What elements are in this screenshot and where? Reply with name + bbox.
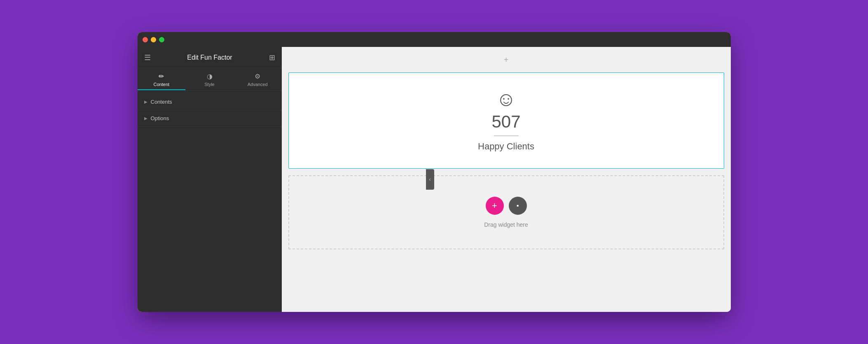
chevron-left-icon: ‹ — [429, 177, 431, 182]
content-tab-icon: ✏ — [159, 72, 164, 80]
close-button[interactable] — [143, 37, 148, 42]
plus-icon: + — [504, 55, 509, 65]
accordion-options-label: Options — [151, 115, 169, 121]
add-widget-button[interactable]: + — [486, 197, 504, 215]
fun-label: Happy Clients — [478, 141, 534, 152]
add-icon: + — [492, 200, 497, 211]
content-tab-label: Content — [154, 82, 170, 87]
app-body: ☰ Edit Fun Factor ⊞ ✏ Content ◑ Style ⚙ … — [138, 47, 731, 312]
accordion-contents: ▶ Contents — [138, 94, 282, 110]
canvas-area: + ☺ 507 Happy Clients + ▪ — [282, 47, 731, 256]
add-section-button[interactable]: + — [288, 53, 724, 66]
accordion-options-header[interactable]: ▶ Options — [138, 110, 282, 126]
tab-content[interactable]: ✏ Content — [138, 68, 186, 90]
advanced-tab-icon: ⚙ — [255, 72, 260, 80]
maximize-button[interactable] — [159, 37, 164, 42]
drop-text: Drag widget here — [484, 221, 528, 228]
traffic-lights — [143, 37, 164, 42]
drop-zone-section[interactable]: + ▪ Drag widget here — [288, 175, 724, 249]
square-button[interactable]: ▪ — [509, 197, 527, 215]
chevron-right-icon-2: ▶ — [144, 116, 147, 121]
accordion-contents-header[interactable]: ▶ Contents — [138, 94, 282, 110]
hamburger-icon[interactable]: ☰ — [144, 53, 151, 62]
sidebar-content: ▶ Contents ▶ Options — [138, 91, 282, 312]
style-tab-icon: ◑ — [207, 72, 213, 80]
main-area: + ☺ 507 Happy Clients + ▪ — [282, 47, 731, 312]
collapse-handle[interactable]: ‹ — [426, 169, 434, 190]
app-window: ☰ Edit Fun Factor ⊞ ✏ Content ◑ Style ⚙ … — [138, 32, 731, 312]
style-tab-label: Style — [204, 82, 214, 87]
smiley-icon: ☺ — [496, 89, 516, 109]
sidebar-header: ☰ Edit Fun Factor ⊞ — [138, 47, 282, 68]
titlebar — [138, 32, 731, 47]
advanced-tab-label: Advanced — [248, 82, 268, 87]
grid-icon[interactable]: ⊞ — [269, 53, 275, 62]
sidebar: ☰ Edit Fun Factor ⊞ ✏ Content ◑ Style ⚙ … — [138, 47, 282, 312]
tab-bar: ✏ Content ◑ Style ⚙ Advanced — [138, 68, 282, 91]
tab-style[interactable]: ◑ Style — [185, 68, 234, 90]
tab-advanced[interactable]: ⚙ Advanced — [234, 68, 282, 90]
minimize-button[interactable] — [151, 37, 156, 42]
accordion-contents-label: Contents — [151, 99, 172, 105]
divider — [494, 135, 519, 136]
square-icon: ▪ — [517, 202, 519, 209]
widget-section[interactable]: ☺ 507 Happy Clients — [288, 72, 724, 169]
sidebar-title: Edit Fun Factor — [187, 54, 232, 61]
drop-buttons: + ▪ — [486, 197, 527, 215]
fun-number: 507 — [491, 113, 520, 130]
accordion-options: ▶ Options — [138, 110, 282, 127]
chevron-right-icon: ▶ — [144, 100, 147, 104]
